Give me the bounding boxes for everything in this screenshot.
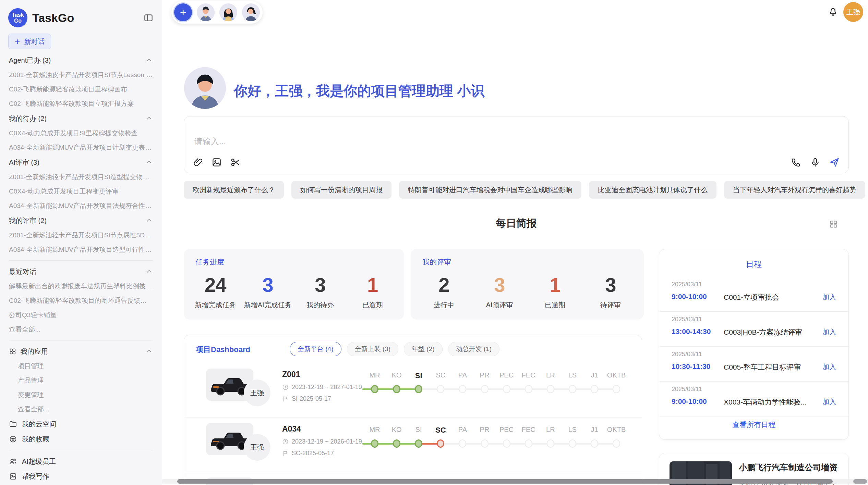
dashboard-filter-chip[interactable]: 全新上装 (3) xyxy=(347,342,399,356)
milestone-label: OKTB xyxy=(607,426,626,434)
sidebar-item[interactable]: C02-飞腾新能源轻客改款项目立项汇报方案 xyxy=(9,97,153,111)
favorites-icon xyxy=(9,435,17,443)
milestone-label: J1 xyxy=(591,371,598,379)
join-meeting-link[interactable]: 加入 xyxy=(822,327,836,337)
schedule-item: 2025/03/1113:00-14:30C003|H0B-方案冻结评审加入 xyxy=(659,312,848,347)
stat-label: 已逾期 xyxy=(545,300,565,310)
milestone-node xyxy=(415,385,422,393)
sidebar-section-label: Agent已办 (3) xyxy=(9,56,51,65)
schedule-date: 2025/03/11 xyxy=(672,281,702,288)
apps-grid-icon xyxy=(9,348,16,355)
schedule-title: 日程 xyxy=(659,259,848,270)
sidebar-item[interactable]: 查看全部... xyxy=(9,322,153,337)
sidebar-item-AI超级员工[interactable]: AI超级员工 xyxy=(9,454,153,469)
milestone-label: PA xyxy=(458,371,467,379)
sidebar-collapse-icon[interactable] xyxy=(143,13,154,23)
flag-icon xyxy=(282,450,289,457)
sidebar-item[interactable]: Z001-全新燃油轻卡产品开发项目SI造型提交物评审 xyxy=(9,170,153,184)
sidebar-item[interactable]: C0X4-动力总成开发项目工程变更评审 xyxy=(9,184,153,199)
milestone-node xyxy=(569,385,576,393)
schedule-item-inner: 2025/03/119:00-10:00C001-立项审批会加入 xyxy=(672,277,836,311)
attach-file-icon[interactable] xyxy=(193,157,203,167)
divider xyxy=(9,260,153,261)
layout-grid-icon[interactable] xyxy=(829,220,838,229)
join-meeting-link[interactable]: 加入 xyxy=(822,362,836,372)
sidebar-section-header[interactable]: 我的待办 (2) xyxy=(9,111,153,126)
screenshot-scissors-icon[interactable] xyxy=(230,157,240,167)
project-dashboard-card: 项目Dashboard 全新平台 (4)全新上装 (3)年型 (2)动总开发 (… xyxy=(184,335,642,485)
suggestion-chip[interactable]: 特朗普可能对进口汽车增税会对中国车企造成哪些影响 xyxy=(399,181,581,199)
daily-stat-card: 任务进度24新增完成任务3新增AI完成任务3我的待办1已逾期 xyxy=(184,249,404,320)
stat-column: 3AI预评审 xyxy=(472,268,527,315)
join-meeting-link[interactable]: 加入 xyxy=(822,293,836,302)
quick-access-pill: + xyxy=(171,1,263,24)
project-row[interactable]: 王强Z0012023-12-19 ~ 2027-01-19SI-2025-05-… xyxy=(184,363,642,417)
sidebar-item[interactable]: 公司Q3轻卡销量 xyxy=(9,308,153,322)
dashboard-title: 项目Dashboard xyxy=(196,345,250,355)
project-dates: 2023-12-19 ~ 2026-01-19 xyxy=(292,438,362,445)
sidebar-section-header[interactable]: Agent已办 (3) xyxy=(9,53,153,68)
horizontal-scrollbar-thumb-right[interactable] xyxy=(853,479,867,484)
sidebar-item[interactable]: Z001-全新燃油轻卡产品开发项目SI节点属性5D文件评审 xyxy=(9,228,153,242)
sidebar-item[interactable]: 项目管理 xyxy=(9,359,153,373)
stat-column: 3我的待办 xyxy=(294,268,347,315)
app-root: Task Go TaskGo + 新对话 Agent已办 (3)Z001-全新燃… xyxy=(0,0,868,485)
sidebar-item[interactable]: 产品管理 xyxy=(9,373,153,388)
horizontal-scrollbar-track[interactable] xyxy=(162,479,868,484)
sidebar-item[interactable]: Z001-全新燃油皮卡产品开发项目SI节点Lesson Learn报告 xyxy=(9,68,153,82)
sidebar-item[interactable]: A034-全新新能源MUV产品开发项目法规符合性评审 xyxy=(9,199,153,213)
dashboard-filter-chip[interactable]: 年型 (2) xyxy=(404,342,443,356)
add-agent-button[interactable]: + xyxy=(174,3,192,21)
milestone-node xyxy=(393,385,400,393)
project-row[interactable]: 王强A0342023-12-19 ~ 2026-01-19SC-2025-05-… xyxy=(184,417,642,472)
join-meeting-link[interactable]: 加入 xyxy=(822,397,836,407)
send-icon[interactable] xyxy=(829,157,840,167)
sidebar-section-header[interactable]: AI评审 (3) xyxy=(9,155,153,170)
sidebar-item-我的云空间[interactable]: 我的云空间 xyxy=(9,416,153,432)
sidebar-item[interactable]: C02-飞腾新能源轻客改款项目的闭环通告反馈情况 xyxy=(9,294,153,308)
dashboard-filter-chip[interactable]: 全新平台 (4) xyxy=(290,342,341,356)
sidebar-section-header[interactable]: 我的应用 xyxy=(9,344,153,359)
milestone-node xyxy=(547,385,554,393)
project-dates: 2023-12-19 ~ 2027-01-19 xyxy=(292,384,362,391)
divider xyxy=(9,450,153,450)
sidebar-section-header[interactable]: 我的评审 (2) xyxy=(9,213,153,228)
agent-avatar[interactable] xyxy=(219,3,237,21)
sidebar-item[interactable]: A034-全新新能源MUV产品开发项目造型可行性评审 xyxy=(9,242,153,257)
milestone-label: PA xyxy=(458,426,467,434)
sidebar-item-帮我写作[interactable]: 帮我写作 xyxy=(9,469,153,484)
stat-column: 1已逾期 xyxy=(346,268,399,315)
chat-input[interactable] xyxy=(194,136,675,147)
horizontal-scrollbar-thumb[interactable] xyxy=(177,479,833,484)
milestone-node xyxy=(591,439,598,448)
dashboard-filter-chip[interactable]: 动总开发 (1) xyxy=(448,342,500,356)
suggestion-chip[interactable]: 比亚迪全固态电池计划具体说了什么 xyxy=(589,181,716,199)
suggestion-chip[interactable]: 当下年轻人对汽车外观有怎样的喜好趋势 xyxy=(724,181,865,199)
view-all-schedule-link[interactable]: 查看所有日程 xyxy=(659,420,848,430)
sidebar-item[interactable]: C0X4-动力总成开发项目SI里程碑提交物检查 xyxy=(9,126,153,140)
milestone-label: FEC xyxy=(522,371,535,379)
suggestion-chip[interactable]: 如何写一份清晰的项目周报 xyxy=(291,181,391,199)
milestone-label: PR xyxy=(480,426,490,434)
agent-avatar[interactable] xyxy=(242,3,260,21)
stat-label: 已逾期 xyxy=(362,300,383,310)
sidebar-item[interactable]: 变更管理 xyxy=(9,388,153,402)
user-avatar[interactable]: 王强 xyxy=(843,2,863,22)
new-chat-button[interactable]: + 新对话 xyxy=(8,34,51,49)
assistant-avatar xyxy=(184,67,226,109)
notifications-bell-icon[interactable] xyxy=(828,6,839,17)
suggestion-chip[interactable]: 欧洲新规最近颁布了什么？ xyxy=(184,181,284,199)
voice-call-icon[interactable] xyxy=(791,157,801,167)
microphone-icon[interactable] xyxy=(810,157,820,167)
sidebar-item[interactable]: A034-全新新能源MUV产品开发项目计划变更表编写 xyxy=(9,140,153,155)
sidebar-item[interactable]: C02-飞腾新能源轻客改款项目里程碑画布 xyxy=(9,82,153,97)
image-upload-icon[interactable] xyxy=(212,157,222,167)
sidebar-item-我的收藏[interactable]: 我的收藏 xyxy=(9,432,153,447)
milestone-node xyxy=(525,439,532,448)
schedule-item: 2025/03/1110:30-11:30C005-整车工程目标评审加入 xyxy=(659,347,848,382)
agent-avatar[interactable] xyxy=(197,3,215,21)
sidebar-section-header[interactable]: 最近对话 xyxy=(9,264,153,279)
sidebar-item[interactable]: 查看全部... xyxy=(9,402,153,416)
milestone-label: LR xyxy=(546,371,555,379)
sidebar-item[interactable]: 解释最新出台的欧盟报废车法规再生塑料比例被调至15%... xyxy=(9,279,153,294)
